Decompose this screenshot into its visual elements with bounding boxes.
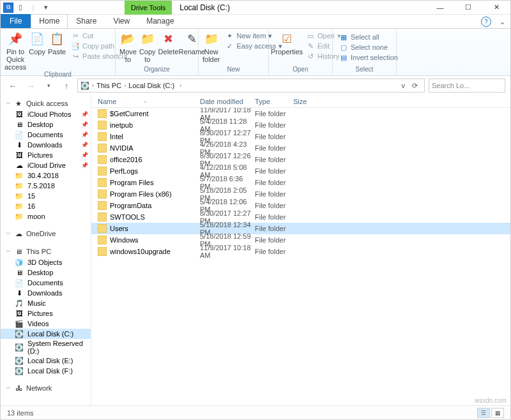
nav-item-qa-7[interactable]: 📁7.5.2018 [1,181,91,191]
file-row[interactable]: Windows5/18/2018 12:59 PMFile folder [91,234,510,246]
file-row[interactable]: Intel8/30/2017 12:27 PMFile folder [91,131,510,142]
navigation-pane[interactable]: ﹀★Quick access🖼iCloud Photos📌🖥Desktop📌📄D… [1,95,91,405]
view-details-button[interactable]: ☰ [477,408,490,418]
folder-icon: 📁 [15,202,24,211]
properties-button[interactable]: ☑Properties [273,30,301,56]
file-row[interactable]: PerfLogs4/12/2018 5:08 AMFile folder [91,165,510,177]
column-type[interactable]: Type [255,98,293,105]
nav-item-qa-6[interactable]: 📁30.4.2018 [1,170,91,181]
nav-item-pc-1[interactable]: 🖥Desktop [1,267,91,278]
invert-selection-button[interactable]: ▤Invert selection [337,53,400,62]
app-icon[interactable]: ⧉ [3,3,13,13]
copyto-button[interactable]: 📁Copy to [139,30,156,63]
nav-item-qa-4[interactable]: 🖼Pictures📌 [1,150,91,160]
column-size[interactable]: Size [293,98,332,105]
file-row[interactable]: $GetCurrent11/9/2017 10:18 AMFile folder [91,108,510,119]
file-row[interactable]: SWTOOLS8/30/2017 12:27 PMFile folder [91,211,510,223]
column-date[interactable]: Date modified [200,98,255,105]
maximize-button[interactable]: ☐ [454,1,482,15]
paste-button[interactable]: 📋 Paste [48,30,66,56]
tab-file[interactable]: File [1,14,31,28]
view-icons-button[interactable]: ▦ [491,408,504,418]
folder-icon [98,247,107,256]
tab-home[interactable]: Home [31,14,68,28]
nav-item-pc-6[interactable]: 🎬Videos [1,319,91,329]
file-type: File folder [255,110,293,117]
nav-item-pc-2[interactable]: 📄Documents [1,278,91,288]
file-row[interactable]: NVIDIA4/26/2018 4:23 PMFile folder [91,142,510,154]
crumb-drive[interactable]: Local Disk (C:) [128,82,174,89]
organize-group-label: Organize [119,66,194,74]
nav-up-button[interactable]: ↑ [59,79,73,93]
copy-label: Copy [29,48,45,56]
nav-item-pc-10[interactable]: 💽Local Disk (F:) [1,366,91,376]
qat-icon[interactable]: ▯ [15,2,26,13]
nav-forward-button[interactable]: → [24,79,38,93]
chevron-icon[interactable]: ﹀ [6,230,11,237]
nav-item-pc-7[interactable]: 💽Local Disk (C:) [1,329,91,339]
nav-item-qa-3[interactable]: ⬇Downloads📌 [1,140,91,150]
docs-icon: 📄 [15,130,24,139]
ribbon-expand-icon[interactable]: ⌄ [500,18,505,26]
cloud-icon: ☁ [15,161,24,170]
file-row[interactable]: windows10upgrade11/9/2017 10:18 AMFile f… [91,246,510,257]
nav-this-pc[interactable]: This PC [26,248,51,255]
shortcut-icon: ↪ [71,52,80,61]
select-all-button[interactable]: ▦Select all [337,33,400,41]
moveto-button[interactable]: 📂Move to [119,30,137,63]
tab-manage[interactable]: Manage [138,14,182,28]
nav-item-pc-9[interactable]: 💽Local Disk (E:) [1,356,91,366]
context-tab-drive-tools[interactable]: Drive Tools [125,1,172,15]
refresh-button[interactable]: ⟳ [408,82,422,90]
file-name: Windows [110,236,139,244]
qat-dropdown-icon[interactable]: ▾ [40,2,52,13]
nav-item-pc-0[interactable]: 🧊3D Objects [1,257,91,267]
new-folder-button[interactable]: 📁New folder [202,30,220,63]
nav-item-pc-8[interactable]: 💽System Reserved (D:) [1,339,91,356]
tab-view[interactable]: View [105,14,138,28]
help-icon[interactable]: ? [481,17,491,27]
photos-icon: 🖼 [15,110,24,119]
nav-item-qa-10[interactable]: 📁moon [1,211,91,221]
chevron-icon[interactable]: ﹀ [6,248,11,255]
file-row[interactable]: Users5/18/2018 12:34 PMFile folder [91,223,510,234]
address-dropdown-icon[interactable]: v [402,82,406,89]
tab-share[interactable]: Share [68,14,105,28]
minimize-button[interactable]: — [426,1,454,15]
delete-button[interactable]: ✖Delete [158,30,179,56]
nav-recent-dropdown[interactable]: ▾ [42,79,56,93]
file-row[interactable]: ProgramData5/4/2018 12:06 PMFile folder [91,200,510,211]
copy-button[interactable]: 📄 Copy [29,30,45,56]
file-row[interactable]: office20168/30/2017 12:26 PMFile folder [91,154,510,165]
chevron-icon[interactable]: ﹀ [6,385,11,392]
select-none-button[interactable]: ▢Select none [337,43,400,52]
file-row[interactable]: Program Files (x86)5/18/2018 2:05 PMFile… [91,188,510,200]
crumb-thispc[interactable]: This PC [96,82,121,89]
search-input[interactable]: Search Lo... [429,79,505,93]
nav-quick-access[interactable]: Quick access [26,100,68,107]
file-row[interactable]: Program Files5/7/2018 6:36 PMFile folder [91,177,510,188]
videos-icon: 🎬 [15,319,24,328]
close-button[interactable]: ✕ [482,1,510,15]
folder-icon [98,236,107,244]
nav-item-qa-0[interactable]: 🖼iCloud Photos📌 [1,109,91,119]
nav-item-qa-9[interactable]: 📁16 [1,201,91,211]
nav-back-button[interactable]: ← [6,79,20,93]
music-icon: 🎵 [15,299,24,308]
nav-onedrive[interactable]: OneDrive [26,230,56,237]
nav-item-pc-4[interactable]: 🎵Music [1,298,91,308]
nav-item-qa-8[interactable]: 📁15 [1,191,91,201]
nav-item-pc-5[interactable]: 🖼Pictures [1,308,91,319]
address-bar[interactable]: 💽 ›This PC ›Local Disk (C:)› v ⟳ [77,79,425,93]
nav-item-pc-3[interactable]: ⬇Downloads [1,288,91,298]
network-icon: 🖧 [14,384,23,393]
nav-item-qa-5[interactable]: ☁iCloud Drive📌 [1,160,91,170]
nav-item-qa-1[interactable]: 🖥Desktop📌 [1,119,91,130]
column-name[interactable]: Name ^ [98,98,200,105]
file-row[interactable]: inetpub5/4/2018 11:28 AMFile folder [91,119,510,131]
nav-network[interactable]: Network [26,384,52,392]
chevron-icon[interactable]: ﹀ [6,100,11,107]
file-list[interactable]: $GetCurrent11/9/2017 10:18 AMFile folder… [91,108,510,405]
nav-item-qa-2[interactable]: 📄Documents📌 [1,130,91,140]
pin-quick-access-button[interactable]: 📌 Pin to Quick access [4,30,26,71]
